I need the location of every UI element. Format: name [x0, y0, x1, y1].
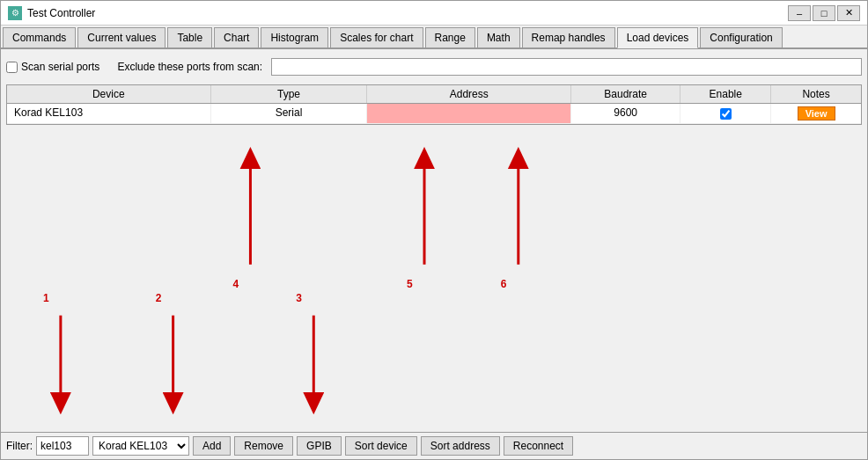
- tab-chart[interactable]: Chart: [214, 27, 259, 47]
- tab-scales-for-chart[interactable]: Scales for chart: [330, 27, 423, 47]
- svg-text:4: 4: [232, 278, 239, 290]
- cell-device-name: Korad KEL103: [7, 104, 211, 123]
- tab-range[interactable]: Range: [425, 27, 475, 47]
- svg-text:6: 6: [501, 278, 507, 290]
- window-controls: – □ ✕: [788, 5, 860, 21]
- header-address: Address: [367, 85, 571, 103]
- header-type: Type: [211, 85, 368, 103]
- tab-current-values[interactable]: Current values: [77, 27, 166, 47]
- cell-device-type: Serial: [211, 104, 368, 123]
- device-table: Device Type Address Baudrate Enable Note…: [6, 84, 862, 125]
- svg-text:1: 1: [43, 292, 49, 304]
- annotations-svg: 1 2 3 4 5 6: [6, 130, 862, 427]
- table-header: Device Type Address Baudrate Enable Note…: [7, 85, 861, 104]
- main-window: ⚙ Test Controller – □ ✕ Commands Current…: [0, 0, 868, 460]
- annotation-area: 1 2 3 4 5 6: [6, 130, 862, 427]
- tab-math[interactable]: Math: [477, 27, 520, 47]
- header-baudrate: Baudrate: [571, 85, 680, 103]
- cell-device-notes: View: [771, 104, 861, 123]
- add-button[interactable]: Add: [193, 436, 231, 456]
- sort-address-button[interactable]: Sort address: [421, 436, 500, 456]
- scan-row: Scan serial ports Exclude these ports fr…: [6, 55, 862, 79]
- filter-input[interactable]: [36, 436, 89, 456]
- gpib-button[interactable]: GPIB: [297, 436, 342, 456]
- tab-commands[interactable]: Commands: [3, 27, 76, 47]
- bottom-bar: Filter: Korad KEL103 Add Remove GPIB Sor…: [1, 432, 867, 459]
- reconnect-button[interactable]: Reconnect: [504, 436, 573, 456]
- app-icon: ⚙: [8, 6, 22, 20]
- cell-device-address[interactable]: [367, 104, 571, 123]
- header-enable: Enable: [680, 85, 771, 103]
- minimize-button[interactable]: –: [788, 5, 811, 21]
- svg-text:5: 5: [407, 278, 413, 290]
- cell-device-baudrate: 9600: [571, 104, 680, 123]
- maximize-button[interactable]: □: [813, 5, 835, 21]
- tab-remap-handles[interactable]: Remap handles: [522, 27, 615, 47]
- sort-device-button[interactable]: Sort device: [345, 436, 417, 456]
- exclude-ports-input[interactable]: [271, 58, 862, 76]
- scan-serial-ports-checkbox[interactable]: [6, 62, 18, 73]
- tab-bar: Commands Current values Table Chart Hist…: [1, 26, 867, 49]
- header-device: Device: [7, 85, 211, 103]
- close-button[interactable]: ✕: [837, 5, 860, 21]
- svg-text:2: 2: [156, 292, 162, 304]
- header-notes: Notes: [771, 85, 861, 103]
- window-title: Test Controller: [27, 7, 783, 19]
- svg-text:3: 3: [296, 292, 302, 304]
- remove-button[interactable]: Remove: [234, 436, 293, 456]
- view-button[interactable]: View: [798, 106, 835, 120]
- device-dropdown[interactable]: Korad KEL103: [92, 436, 189, 456]
- filter-label: Filter:: [6, 440, 33, 452]
- tab-configuration[interactable]: Configuration: [700, 27, 782, 47]
- scan-serial-ports-label[interactable]: Scan serial ports: [6, 61, 99, 73]
- tab-load-devices[interactable]: Load devices: [617, 27, 699, 48]
- table-row: Korad KEL103 Serial 9600 View: [7, 104, 861, 124]
- exclude-label: Exclude these ports from scan:: [117, 61, 262, 73]
- content-area: Scan serial ports Exclude these ports fr…: [1, 49, 867, 432]
- tab-histogram[interactable]: Histogram: [261, 27, 328, 47]
- title-bar: ⚙ Test Controller – □ ✕: [1, 1, 867, 26]
- cell-device-enable[interactable]: [680, 104, 771, 123]
- tab-table[interactable]: Table: [167, 27, 212, 47]
- enable-checkbox[interactable]: [720, 108, 732, 120]
